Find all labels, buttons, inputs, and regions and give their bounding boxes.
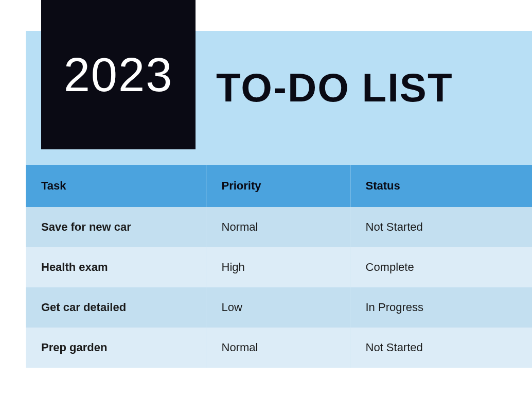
table-row: Prep garden Normal Not Started	[26, 328, 532, 368]
todo-table: Task Priority Status Save for new car No…	[26, 165, 532, 368]
table-row: Health exam High Complete	[26, 247, 532, 287]
column-header-task: Task	[26, 165, 206, 207]
year-text: 2023	[64, 48, 173, 102]
table-row: Save for new car Normal Not Started	[26, 207, 532, 247]
todo-list-document: 2023 TO-DO LIST Task Priority Status Sav…	[0, 0, 532, 412]
column-header-status: Status	[350, 165, 532, 207]
priority-cell: Normal	[206, 207, 350, 247]
task-cell: Health exam	[26, 247, 206, 287]
table-row: Get car detailed Low In Progress	[26, 287, 532, 328]
table-header-row: Task Priority Status	[26, 165, 532, 207]
status-cell: In Progress	[350, 287, 532, 328]
column-header-priority: Priority	[206, 165, 350, 207]
task-cell: Prep garden	[26, 328, 206, 368]
todo-table-wrapper: Task Priority Status Save for new car No…	[26, 165, 532, 368]
status-cell: Complete	[350, 247, 532, 287]
year-box: 2023	[41, 0, 196, 149]
status-cell: Not Started	[350, 328, 532, 368]
priority-cell: High	[206, 247, 350, 287]
priority-cell: Low	[206, 287, 350, 328]
task-cell: Get car detailed	[26, 287, 206, 328]
priority-cell: Normal	[206, 328, 350, 368]
task-cell: Save for new car	[26, 207, 206, 247]
page-title: TO-DO LIST	[216, 64, 453, 111]
status-cell: Not Started	[350, 207, 532, 247]
